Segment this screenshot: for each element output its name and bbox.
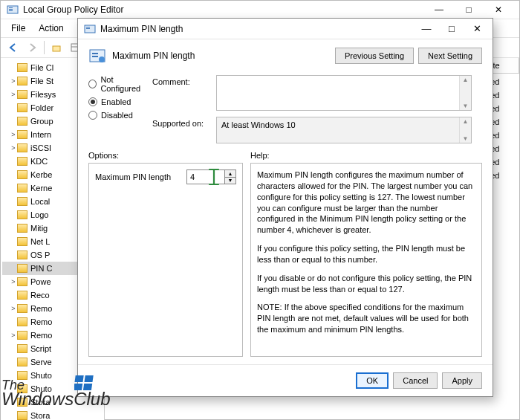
folder-icon: [17, 304, 27, 313]
dialog-minimize-button[interactable]: —: [414, 21, 439, 37]
dialog-header: Maximum PIN length Previous Setting Next…: [78, 39, 493, 72]
section-labels: Options: Help:: [78, 146, 493, 163]
folder-icon: [17, 251, 27, 259]
tree-label: PIN C: [30, 264, 52, 273]
radio-disabled[interactable]: Disabled: [88, 111, 152, 120]
comment-scroll[interactable]: ▲▼: [459, 76, 471, 110]
folder-icon: [17, 63, 27, 72]
policy-name: Maximum PIN length: [112, 51, 329, 61]
tree-label: Net L: [30, 237, 50, 246]
tree-label: Remo: [30, 317, 52, 326]
tree-label: Shuto: [30, 371, 52, 380]
tree-label: Mitig: [30, 224, 48, 233]
tree-label: KDC: [30, 157, 48, 166]
chevron-icon: >: [10, 77, 17, 85]
tree-label: Script: [30, 344, 51, 353]
folder-icon: [17, 90, 27, 99]
supported-scroll[interactable]: ▲▼: [459, 117, 471, 143]
svg-rect-20: [74, 375, 83, 382]
dialog-maximize-button[interactable]: □: [439, 21, 464, 37]
cancel-button[interactable]: Cancel: [393, 372, 438, 389]
menu-action[interactable]: Action: [33, 21, 69, 36]
tree-label: Folder: [30, 103, 53, 112]
spinner-down-button[interactable]: ▼: [225, 177, 235, 184]
tree-label: Intern: [30, 130, 51, 139]
folder-icon: [17, 143, 27, 152]
folder-icon: [17, 277, 27, 286]
chevron-icon: >: [10, 91, 17, 98]
toolbar-separator: [44, 41, 45, 54]
folder-icon: [17, 344, 27, 353]
folder-icon: [17, 411, 27, 420]
folder-icon: [17, 224, 27, 233]
comment-label: Comment:: [152, 75, 212, 86]
svg-rect-1: [9, 7, 13, 8]
main-close-button[interactable]: ✕: [484, 1, 513, 19]
help-panel[interactable]: Maximum PIN length configures the maximu…: [250, 163, 482, 357]
tree-label: iSCSI: [30, 143, 51, 152]
watermark-flag-icon: [74, 374, 97, 392]
spinner-buttons: ▲ ▼: [224, 170, 235, 184]
main-minimize-button[interactable]: —: [424, 1, 454, 19]
folder-icon: [17, 331, 27, 340]
help-paragraph: If you disable or do not configure this …: [257, 273, 475, 295]
toolbar-forward-button[interactable]: [24, 39, 40, 56]
policy-dialog: Maximum PIN length — □ ✕ Maximum PIN len…: [77, 18, 493, 397]
toolbar-up-button[interactable]: [48, 39, 65, 56]
folder-icon: [17, 103, 27, 112]
previous-setting-button[interactable]: Previous Setting: [335, 48, 414, 64]
toolbar-back-button[interactable]: [5, 39, 22, 56]
dialog-icon: [84, 23, 96, 35]
options-panel: Maximum PIN length ▲ ▼: [88, 163, 243, 357]
svg-rect-15: [86, 28, 90, 29]
folder-icon: [17, 237, 27, 246]
option-max-pin-length: Maximum PIN length ▲ ▼: [95, 169, 236, 184]
folder-icon: [17, 184, 27, 193]
chevron-icon: >: [10, 144, 17, 152]
dialog-close-button[interactable]: ✕: [464, 21, 490, 37]
dialog-titlebar[interactable]: Maximum PIN length — □ ✕: [78, 19, 493, 39]
tree-label: Remo: [30, 304, 52, 313]
comment-textarea[interactable]: ▲▼: [216, 75, 472, 111]
chevron-icon: >: [10, 305, 17, 312]
state-radio-group: Not Configured Enabled Disabled: [78, 72, 152, 146]
radio-enabled[interactable]: Enabled: [88, 97, 152, 106]
menu-file[interactable]: File: [5, 21, 31, 36]
folder-icon: [17, 358, 27, 366]
folder-icon: [17, 317, 27, 326]
radio-label: Disabled: [101, 111, 133, 120]
svg-point-19: [99, 56, 105, 62]
next-setting-button[interactable]: Next Setting: [418, 48, 482, 64]
dialog-footer: OK Cancel Apply: [78, 364, 493, 396]
help-paragraph: If you configure this policy setting, th…: [257, 243, 475, 265]
folder-icon: [17, 130, 27, 139]
option-label: Maximum PIN length: [95, 172, 171, 181]
tree-label: Powe: [30, 277, 51, 286]
apply-button[interactable]: Apply: [442, 372, 482, 389]
panels: Maximum PIN length ▲ ▼ Maximum PIN lengt…: [78, 163, 493, 364]
max-pin-length-input[interactable]: [187, 170, 224, 184]
tree-label: File Cl: [30, 63, 53, 72]
supported-on-label: Supported on:: [152, 117, 212, 128]
tree-label: Filesys: [30, 90, 56, 99]
ok-button[interactable]: OK: [356, 372, 389, 389]
tree-label: Kerne: [30, 184, 52, 193]
folder-icon: [17, 291, 27, 300]
tree-node[interactable]: Stora: [2, 409, 103, 420]
spinner-up-button[interactable]: ▲: [225, 170, 235, 177]
svg-rect-4: [53, 46, 60, 51]
tree-label: Reco: [30, 291, 50, 300]
tree-label: File St: [30, 77, 53, 85]
supported-on-value: At least Windows 10 ▲▼: [216, 117, 472, 143]
folder-icon: [17, 264, 27, 273]
folder-icon: [17, 77, 27, 85]
folder-icon: [17, 210, 27, 219]
radio-not-configured[interactable]: Not Configured: [88, 75, 152, 93]
main-maximize-button[interactable]: □: [454, 1, 484, 19]
folder-icon: [17, 117, 27, 126]
app-icon: [7, 4, 19, 16]
max-pin-length-spinner[interactable]: ▲ ▼: [186, 169, 236, 184]
tree-label: Serve: [30, 358, 52, 366]
folder-icon: [17, 197, 27, 206]
tree-label: Stora: [30, 411, 50, 420]
